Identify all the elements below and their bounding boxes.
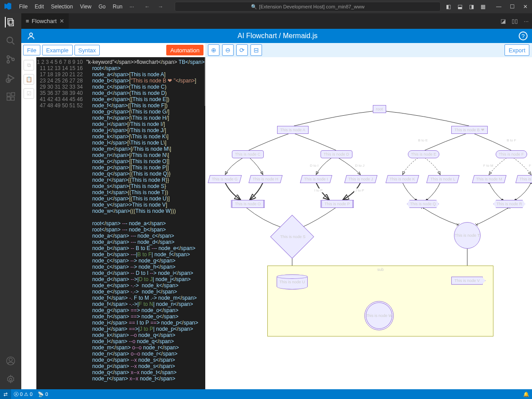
extension-titlebar: AI Flowchart / Mermaid.js ? [21,29,532,43]
accounts-icon[interactable] [5,356,16,366]
debug-icon[interactable] [5,73,16,83]
tab-action-split-icon[interactable]: ▯▯ [509,18,520,24]
explorer-icon[interactable] [5,17,16,27]
node-e[interactable]: This is node E [408,150,439,158]
command-center[interactable]: 🔍 [Extension Development Host] com_min87… [175,2,441,12]
node-root[interactable]: root [373,105,386,113]
search-icon: 🔍 [251,4,257,10]
node-d[interactable]: This is node D [321,150,352,158]
node-r[interactable]: This is node R [493,200,525,208]
help-icon[interactable]: ? [519,31,528,40]
user-icon[interactable] [26,31,36,41]
node-s[interactable]: This is node S [270,215,314,259]
layout-customize-icon[interactable]: ▦ [478,4,488,10]
tab-flowchart[interactable]: ≡ Flowchart ✕ [21,13,69,29]
menu-go[interactable]: Go [95,4,109,10]
node-p[interactable]: This is node P [321,200,354,208]
code-editor[interactable]: 1 2 3 4 5 6 7 8 9 10 11 12 13 14 15 16 1… [36,57,205,389]
problems-indicator[interactable]: ⓧ0 ⚠0 [11,391,35,398]
nav-back-icon[interactable]: ← [142,4,153,10]
menu-edit[interactable]: Edit [31,4,47,10]
node-h[interactable]: This is node H [249,175,282,183]
warning-icon: ⚠ [24,391,28,397]
svg-marker-7 [8,75,14,82]
tab-action-paint-icon[interactable]: ◪ [497,18,509,24]
edge-label: I to P [313,188,324,192]
editor-side-icons: ⧉ 📋 ☑ [21,57,36,389]
nav-forward-icon[interactable]: → [155,4,166,10]
close-icon[interactable]: ✕ [59,18,64,24]
split-view-icon[interactable]: ⊟ [250,44,262,56]
ports-indicator[interactable]: 📡0 [35,391,51,397]
node-j[interactable]: This is node J [344,175,377,183]
refresh-icon[interactable]: ⟳ [236,44,248,56]
settings-gear-icon[interactable] [5,374,16,385]
node-l[interactable]: This is node L [426,175,460,183]
node-i[interactable]: This is node I [300,175,332,183]
node-m[interactable]: This is node M [472,175,506,183]
node-q[interactable]: This is node Q [407,200,439,208]
node-c[interactable]: This is node C [232,150,264,158]
remote-indicator[interactable]: ⇄ [0,389,11,399]
extensions-icon[interactable] [5,91,16,102]
search-icon[interactable] [5,35,16,46]
node-o[interactable]: This is node O [231,200,265,208]
notifications-icon[interactable]: 🔔 [520,391,532,397]
menu-file[interactable]: File [16,4,31,10]
node-b[interactable]: This is node B ❤ [451,126,488,134]
syntax-button[interactable]: Syntax [74,45,100,55]
window-minimize-icon[interactable]: — [492,4,505,10]
node-a[interactable]: This is node A [277,126,309,134]
svg-rect-1 [9,20,13,26]
menu-overflow[interactable]: ··· [126,4,137,10]
zoom-in-icon[interactable]: ⊕ [208,44,219,56]
diagram-canvas[interactable]: sub root This is node A This is node B ❤… [205,57,532,389]
subgraph-label: sub [377,267,384,272]
tab-bar: ≡ Flowchart ✕ ◪ ▯▯ ··· [21,13,532,29]
svg-rect-10 [7,97,10,100]
svg-rect-0 [8,19,12,24]
layout-panel-icon[interactable]: ⬓ [455,4,465,10]
tab-action-more-icon[interactable]: ··· [520,18,532,24]
edge-label: B to F [506,138,517,142]
error-icon: ⓧ [14,391,19,398]
menu-view[interactable]: View [76,4,95,10]
example-button[interactable]: Example [42,45,73,55]
window-maximize-icon[interactable]: ☐ [505,4,519,10]
node-n[interactable]: This is node N [516,175,532,183]
antenna-icon: 📡 [38,391,44,397]
layout-sidebar-left-icon[interactable]: ◧ [443,4,453,10]
svg-point-5 [7,61,10,63]
checklist-icon[interactable]: ☑ [23,88,34,99]
node-f[interactable]: This is node F [496,150,527,158]
activity-bar [0,13,21,389]
svg-rect-9 [7,93,10,96]
node-w[interactable]: This is node W [364,301,394,330]
node-k[interactable]: This is node K [386,175,419,183]
node-v[interactable]: This is node V [451,277,483,285]
edge-label: D to J [354,164,365,168]
export-button[interactable]: Export [505,44,529,56]
edge-label: B to E [417,138,429,142]
file-button[interactable]: File [23,45,40,55]
editor-toolbar: File Example Syntax Automation [21,43,205,57]
menu-run[interactable]: Run [109,4,126,10]
zoom-out-icon[interactable]: ⊖ [222,44,234,56]
edge-label: J to P [354,188,365,192]
svg-point-15 [9,378,12,381]
edge-label: F to N [528,164,532,168]
source-control-icon[interactable] [5,54,16,65]
copy-icon[interactable]: ⧉ [23,60,34,70]
layout-sidebar-right-icon[interactable]: ◨ [466,4,476,10]
titlebar: File Edit Selection View Go Run ··· ← → … [0,0,532,13]
window-close-icon[interactable]: ✕ [519,4,532,10]
paste-icon[interactable]: 📋 [23,74,34,85]
node-t[interactable]: This is node T [454,222,481,249]
automation-button[interactable]: Automation [166,45,203,55]
svg-point-14 [9,358,12,361]
node-u[interactable]: This is node U [277,274,308,289]
node-g[interactable]: This is node G [208,175,242,183]
app-logo [0,3,16,11]
menu-selection[interactable]: Selection [47,4,76,10]
svg-point-4 [7,56,10,59]
